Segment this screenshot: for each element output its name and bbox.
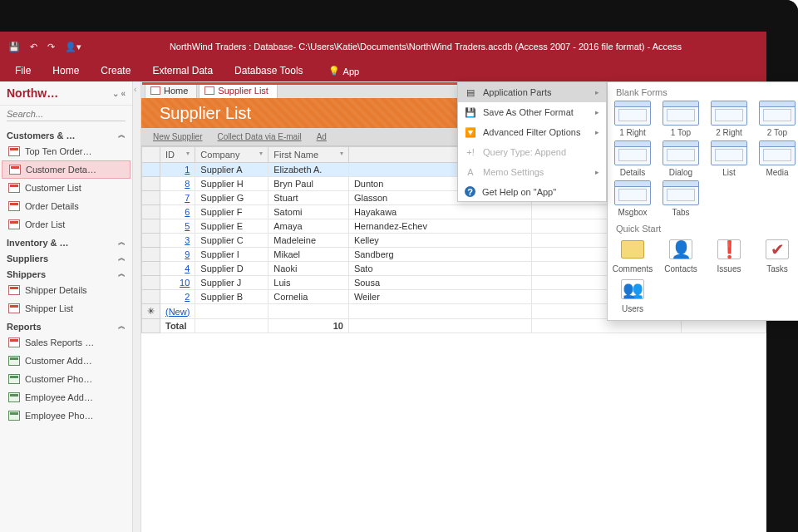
gallery-item[interactable]: 1 Right [613,101,653,137]
nav-item[interactable]: Shipper Details [0,281,132,299]
cell-company[interactable]: Supplier D [195,262,268,276]
cell-first[interactable]: Bryn Paul [268,177,349,191]
row-selector[interactable] [142,248,160,262]
menu-item[interactable]: ▤Application Parts▸ [458,82,606,102]
nav-group[interactable]: Reports︽ [0,318,132,333]
row-selector[interactable] [142,191,160,205]
undo-icon[interactable]: ↶ [30,42,37,52]
row-selector[interactable] [142,219,160,234]
cell-id[interactable]: 1 [160,163,195,177]
row-selector[interactable] [142,177,160,191]
nav-group[interactable]: Inventory & …︽ [0,234,132,249]
cell-first[interactable]: Madeleine [268,234,349,248]
cell-id[interactable]: 5 [160,219,195,234]
nav-item[interactable]: Customer List [0,179,132,197]
gallery-item[interactable]: Comments [613,237,653,273]
cell-id[interactable]: 3 [160,234,195,248]
col-id[interactable]: ID▾ [160,147,195,163]
nav-search-input[interactable] [7,107,126,121]
nav-group[interactable]: Shippers︽ [0,265,132,281]
cell-id[interactable]: 6 [160,205,195,219]
cell-last[interactable]: Hernandez-Echev [348,219,531,234]
menu-item[interactable]: ?Get Help on "App" [458,182,606,201]
gallery-item[interactable]: 👤Contacts [661,237,701,273]
nav-item[interactable]: Employee Pho… [0,406,132,425]
row-selector[interactable] [142,262,160,276]
cell-first[interactable]: Cornelia [268,290,349,304]
cell-id[interactable]: 8 [160,177,195,191]
row-selector[interactable] [142,163,160,177]
gallery-item[interactable]: 👥Users [613,277,653,313]
cell-id[interactable]: 7 [160,191,195,205]
row-selector[interactable] [142,234,160,248]
cell-last[interactable]: Sousa [348,276,531,290]
cell-company[interactable]: Supplier E [195,219,268,234]
gallery-item[interactable]: ✔Tasks [757,237,797,273]
cell-first[interactable]: Luis [268,276,349,290]
gallery-item[interactable]: Dialog [661,140,701,177]
cell-last[interactable]: Hayakawa [348,205,531,219]
cell-first[interactable]: Satomi [268,205,349,219]
nav-item[interactable]: Customer Pho… [0,370,132,388]
ribbon-tab-create[interactable]: Create [91,62,140,81]
cell-id[interactable]: 9 [160,248,195,262]
row-selector[interactable] [142,205,160,219]
row-selector-header[interactable] [142,147,160,163]
gallery-item[interactable]: Tabs [661,180,701,217]
nav-item[interactable]: Customer Deta… [2,160,131,179]
nav-item[interactable]: Sales Reports … [0,333,132,352]
nav-group[interactable]: Customers & …︽ [0,126,132,142]
collect-data-link[interactable]: Collect Data via E-mail [217,132,301,141]
gallery-item[interactable]: Msgbox [613,180,653,217]
cell-id[interactable]: 10 [160,276,195,290]
cell-first[interactable]: Mikael [268,248,349,262]
cell-last[interactable]: Kelley [348,234,531,248]
gallery-item[interactable]: 2 Right [709,101,749,137]
cell-id[interactable]: 2 [160,290,195,304]
nav-group[interactable]: Suppliers︽ [0,249,132,265]
new-row-label[interactable]: (New) [160,304,195,319]
cell-company[interactable]: Supplier H [195,177,268,191]
menu-item[interactable]: 🔽Advanced Filter Options▸ [458,122,606,142]
cell-company[interactable]: Supplier A [195,163,268,177]
cell-company[interactable]: Supplier G [195,191,268,205]
ribbon-tab-database-tools[interactable]: Database Tools [224,62,313,81]
menu-item[interactable]: 💾Save As Other Format▸ [458,102,606,122]
gallery-item[interactable]: 2 Top [757,101,797,137]
doc-tab-supplier-list[interactable]: Supplier List [199,83,278,98]
cell-first[interactable]: Amaya [268,219,349,234]
gallery-item[interactable]: 1 Top [661,101,701,137]
cell-first[interactable]: Elizabeth A. [268,163,349,177]
doc-tab-home[interactable]: Home [145,83,197,98]
nav-title[interactable]: Northw… ⌄ « [0,81,132,106]
save-icon[interactable]: 💾 [8,42,20,52]
nav-collapse-handle[interactable] [133,81,141,532]
nav-item[interactable]: Customer Add… [0,352,132,370]
gallery-item[interactable]: Details [613,140,653,177]
user-icon[interactable]: 👤▾ [65,42,81,52]
cell-company[interactable]: Supplier F [195,205,268,219]
nav-item[interactable]: Order List [0,215,132,234]
cell-id[interactable]: 4 [160,262,195,276]
ribbon-tab-file[interactable]: File [5,62,41,81]
gallery-item[interactable]: ❗Issues [709,237,749,273]
cell-company[interactable]: Supplier J [195,276,268,290]
cell-last[interactable]: Sandberg [348,248,531,262]
toolbar-more[interactable]: Ad [317,132,327,141]
row-selector[interactable] [142,290,160,304]
ribbon-tab-home[interactable]: Home [42,62,89,81]
cell-company[interactable]: Supplier I [195,248,268,262]
cell-last[interactable]: Sato [348,262,531,276]
nav-item[interactable]: Top Ten Order… [0,142,132,160]
col-company[interactable]: Company▾ [195,147,268,163]
tell-me[interactable]: 💡 App [320,62,368,81]
nav-item[interactable]: Order Details [0,197,132,215]
row-selector[interactable] [142,276,160,290]
cell-first[interactable]: Naoki [268,262,349,276]
cell-company[interactable]: Supplier C [195,234,268,248]
nav-item[interactable]: Shipper List [0,299,132,318]
new-supplier-link[interactable]: New Supplier [153,132,202,141]
cell-first[interactable]: Stuart [268,191,349,205]
cell-last[interactable]: Weiler [348,290,531,304]
gallery-item[interactable]: Media [757,140,797,177]
